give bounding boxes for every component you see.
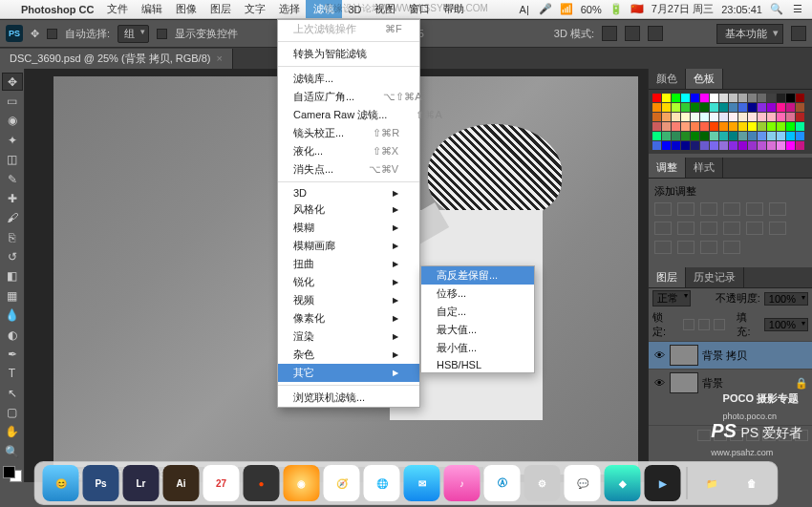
tab-history[interactable]: 历史记录 [686, 267, 744, 287]
selective-color-icon[interactable] [723, 241, 740, 254]
swatch-color[interactable] [786, 122, 795, 131]
adobe-icon[interactable]: A| [518, 3, 531, 16]
dock-appstore[interactable]: Ⓐ [484, 465, 521, 501]
swatch-color[interactable] [652, 141, 661, 150]
swatch-color[interactable] [710, 141, 718, 150]
menu-item[interactable]: 风格化 [278, 201, 419, 219]
dock-finder[interactable]: 😊 [43, 465, 79, 501]
tab-adjustments[interactable]: 调整 [649, 158, 686, 178]
menu-edit[interactable]: 编辑 [141, 2, 162, 16]
dock-trash[interactable]: 🗑 [734, 465, 770, 501]
gradient-map-icon[interactable] [700, 241, 717, 254]
swatch-color[interactable] [767, 94, 776, 102]
lasso-tool[interactable]: ◉ [2, 112, 23, 130]
notification-icon[interactable]: ☰ [791, 3, 804, 16]
swatch-color[interactable] [786, 103, 795, 112]
menu-item[interactable]: 滤镜库... [278, 70, 419, 88]
swatch-color[interactable] [758, 103, 766, 112]
menu-item[interactable]: 上次滤镜操作⌘F [278, 20, 419, 38]
clone-stamp-tool[interactable]: ⎘ [2, 228, 23, 246]
swatch-color[interactable] [662, 141, 671, 150]
path-selection-tool[interactable]: ↖ [2, 384, 23, 402]
swatch-color[interactable] [758, 113, 766, 121]
marquee-tool[interactable]: ▭ [2, 92, 23, 110]
swatch-color[interactable] [777, 122, 785, 131]
swatch-color[interactable] [777, 141, 785, 150]
dock-lightroom[interactable]: Lr [123, 465, 160, 501]
swatch-color[interactable] [748, 113, 757, 121]
swatch-color[interactable] [700, 141, 709, 150]
menu-select[interactable]: 选择 [279, 2, 300, 16]
visibility-icon[interactable]: 👁 [652, 377, 666, 389]
dock-chrome[interactable]: 🌐 [364, 465, 400, 501]
exposure-icon[interactable] [723, 202, 740, 216]
swatch-color[interactable] [777, 94, 785, 102]
show-transform-checkbox[interactable] [157, 29, 167, 39]
dock-photoshop[interactable]: Ps [83, 465, 119, 501]
swatch-color[interactable] [672, 103, 680, 112]
swatch-color[interactable] [652, 113, 661, 121]
swatch-color[interactable] [662, 94, 671, 102]
swatch-color[interactable] [710, 103, 718, 112]
menu-item[interactable]: 渲染 [278, 327, 419, 346]
swatch-color[interactable] [758, 94, 766, 102]
swatch-color[interactable] [681, 113, 690, 121]
magic-wand-tool[interactable]: ✦ [2, 131, 23, 149]
submenu-item[interactable]: HSB/HSL [421, 357, 534, 372]
dock-app4[interactable]: ▶ [645, 465, 681, 501]
color-balance-icon[interactable] [654, 222, 672, 235]
swatch-color[interactable] [748, 141, 757, 150]
swatch-color[interactable] [786, 94, 795, 102]
swatch-color[interactable] [777, 132, 785, 140]
menu-item[interactable]: 浏览联机滤镜... [278, 389, 419, 407]
filter-menu[interactable]: 上次滤镜操作⌘F转换为智能滤镜滤镜库...自适应广角...⌥⇧⌘ACamera … [277, 19, 420, 408]
swatch-color[interactable] [758, 122, 766, 131]
lookup-icon[interactable] [746, 222, 763, 235]
swatch-color[interactable] [738, 122, 747, 131]
swatch-color[interactable] [729, 141, 737, 150]
lock-pixels-icon[interactable] [683, 319, 694, 330]
layer-name[interactable]: 背景 [702, 376, 723, 391]
swatch-color[interactable] [672, 132, 680, 140]
menu-item[interactable]: 转换为智能滤镜 [278, 45, 419, 63]
blend-mode-dropdown[interactable]: 正常 [652, 290, 691, 306]
vibrance-icon[interactable] [746, 202, 763, 216]
layer-name[interactable]: 背景 拷贝 [702, 349, 747, 363]
wifi-icon[interactable]: 📶 [560, 3, 573, 16]
swatch-color[interactable] [758, 141, 766, 150]
swatch-color[interactable] [767, 113, 776, 121]
dock-safari[interactable]: 🧭 [324, 465, 360, 501]
swatch-color[interactable] [786, 132, 795, 140]
spotlight-icon[interactable]: 🔍 [770, 3, 783, 16]
menubar-time[interactable]: 23:05:41 [721, 4, 762, 15]
swatch-color[interactable] [681, 141, 690, 150]
swatch-color[interactable] [691, 141, 699, 150]
mic-icon[interactable]: 🎤 [539, 3, 552, 16]
lock-all-icon[interactable] [714, 319, 725, 330]
swatch-color[interactable] [777, 113, 785, 121]
move-tool-icon[interactable]: ✥ [31, 28, 39, 40]
swatch-color[interactable] [796, 103, 804, 112]
app-name[interactable]: Photoshop CC [21, 4, 94, 15]
swatch-color[interactable] [710, 132, 718, 140]
close-tab-icon[interactable]: × [216, 53, 222, 64]
gradient-tool[interactable]: ▦ [2, 286, 23, 305]
autoselect-dropdown[interactable]: 组 [118, 25, 149, 43]
eraser-tool[interactable]: ◧ [2, 267, 23, 285]
dock-app2[interactable]: ◉ [284, 465, 320, 501]
menu-item[interactable]: 模糊画廊 [278, 237, 419, 255]
swatches-grid[interactable] [649, 90, 812, 154]
curves-icon[interactable] [700, 202, 717, 216]
menu-item[interactable]: 锐化 [278, 273, 419, 291]
swatch-color[interactable] [662, 122, 671, 131]
crop-tool[interactable]: ◫ [2, 151, 23, 169]
flag-icon[interactable]: 🇨🇳 [630, 3, 644, 16]
menu-item[interactable]: 视频 [278, 291, 419, 309]
swatch-color[interactable] [767, 122, 776, 131]
3d-orbit-icon[interactable] [602, 26, 617, 41]
blur-tool[interactable]: 💧 [2, 306, 23, 325]
menu-item[interactable]: Camera Raw 滤镜...⇧⌘A [278, 106, 419, 124]
dock-app1[interactable]: ● [244, 465, 280, 501]
swatch-color[interactable] [748, 103, 757, 112]
swatch-color[interactable] [681, 94, 690, 102]
